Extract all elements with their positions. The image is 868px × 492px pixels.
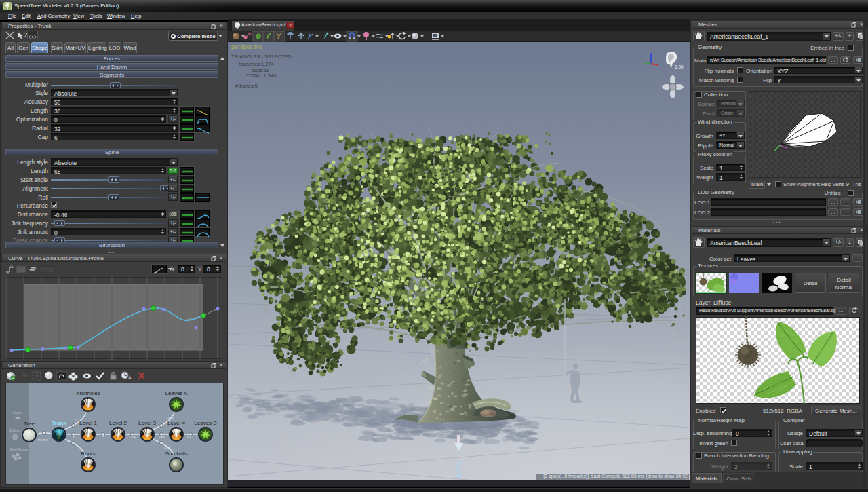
svg-text:0.14: 0.14	[130, 436, 136, 439]
svg-text:Knotholes: Knotholes	[76, 390, 100, 396]
svg-text:Mesh Forces: Mesh Forces	[10, 448, 28, 451]
svg-text:49%: 49%	[164, 447, 170, 450]
svg-text:x0.2: x0.2	[187, 436, 193, 439]
svg-text:Leaves A: Leaves A	[165, 390, 189, 396]
svg-text:+: +	[12, 376, 14, 381]
svg-text:A: A	[128, 375, 132, 380]
svg-text:Level 4: Level 4	[167, 420, 185, 426]
svg-text:Gumballs: Gumballs	[165, 451, 188, 457]
svg-text:Tree: Tree	[24, 421, 35, 427]
svg-text:Leaves B: Leaves B	[194, 420, 216, 426]
svg-text:Level 3: Level 3	[138, 420, 156, 426]
svg-text:Roots: Roots	[81, 451, 96, 457]
svg-text:.75: .75	[100, 436, 105, 439]
svg-text:Level 2: Level 2	[109, 420, 127, 426]
svg-text:Trunk: Trunk	[52, 420, 66, 426]
svg-text:Level 1: Level 1	[79, 420, 97, 426]
svg-text:.8: .8	[72, 436, 75, 439]
svg-text:0.46: 0.46	[159, 436, 165, 439]
svg-text:the tree: the tree	[38, 438, 49, 442]
svg-text:Collision: Collision	[9, 429, 21, 432]
svg-text:Forces: Forces	[13, 411, 23, 415]
